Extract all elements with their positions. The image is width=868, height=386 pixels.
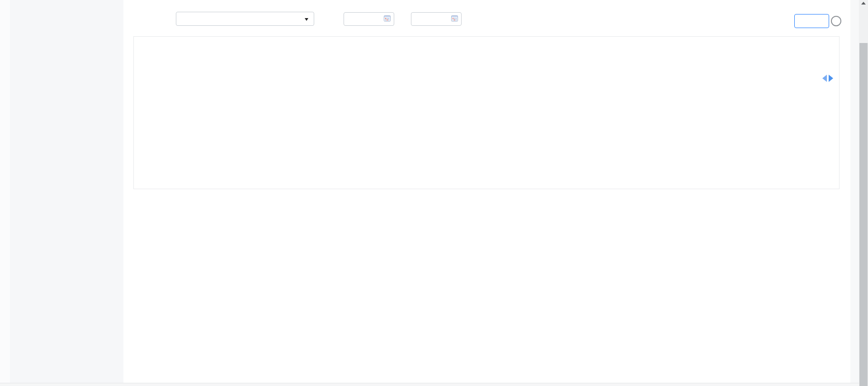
restore-actions: [123, 351, 850, 369]
info-icon[interactable]: [831, 16, 841, 26]
refresh-button[interactable]: [794, 14, 829, 28]
scrollbar-thumb[interactable]: [859, 43, 868, 386]
window-left-margin: [0, 0, 10, 383]
chevron-down-icon: [305, 18, 308, 21]
src-machine-select[interactable]: [176, 12, 314, 26]
footer-strip: [0, 383, 859, 386]
sidebar: [10, 0, 123, 383]
pan-left-right-control[interactable]: [822, 74, 834, 84]
scroll-up-icon[interactable]: [861, 2, 866, 5]
right-gutter: [850, 0, 859, 383]
calendar-icon[interactable]: [384, 15, 391, 23]
main-content: [123, 0, 850, 383]
vertical-scrollbar[interactable]: [859, 0, 868, 386]
time-from-input[interactable]: [344, 12, 394, 26]
calendar-icon[interactable]: [451, 15, 458, 23]
time-to-input[interactable]: [411, 12, 462, 26]
backup-timeline-chart: [133, 36, 840, 189]
